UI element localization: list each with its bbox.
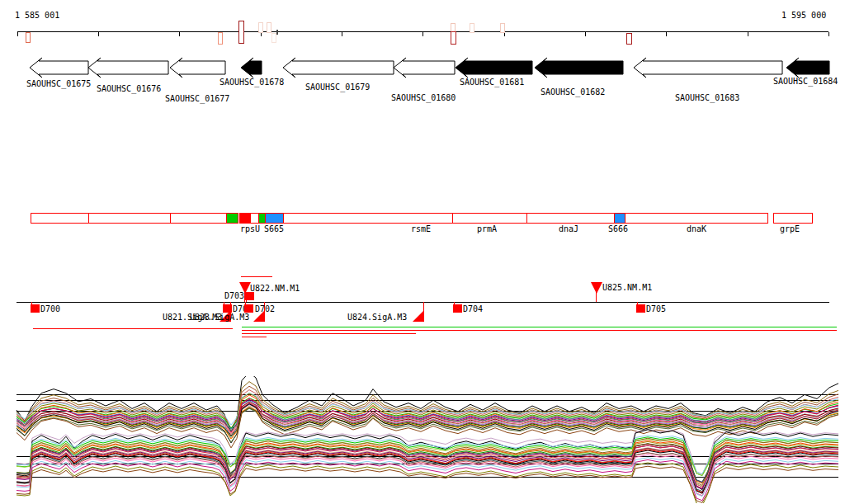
- variant-marker[interactable]: [626, 33, 632, 45]
- down-flag-label: D705: [646, 304, 666, 313]
- variant-marker[interactable]: [470, 23, 474, 33]
- ruler-tick: [17, 32, 18, 36]
- down-flag-box[interactable]: [244, 304, 253, 313]
- sigma-flag-label: U824.SigA.M3: [347, 313, 407, 322]
- variant-marker[interactable]: [258, 22, 263, 33]
- gene-arrow[interactable]: [634, 58, 782, 78]
- gene-arrow[interactable]: [241, 58, 262, 78]
- ruler-tick: [179, 32, 180, 36]
- expression-trace: [17, 463, 838, 504]
- ruler-start-label: 1 585 001: [15, 11, 59, 20]
- gene-arrow[interactable]: [170, 58, 225, 78]
- gene-box[interactable]: [265, 213, 285, 224]
- gene-arrow-label: SAOUHSC_01678: [220, 78, 284, 87]
- gene-arrow[interactable]: [283, 58, 394, 78]
- gene-box[interactable]: [170, 213, 228, 224]
- browser-canvas: [0, 0, 845, 504]
- ruler-tick: [748, 32, 748, 36]
- gene-box-label: rpsU: [240, 224, 260, 233]
- up-flag-box[interactable]: [245, 292, 254, 300]
- variant-marker[interactable]: [451, 31, 456, 45]
- gene-arrow-label: SAOUHSC_01677: [165, 94, 229, 103]
- gene-arrow-label: SAOUHSC_01680: [391, 93, 456, 102]
- down-flag-label: D704: [463, 304, 483, 313]
- gene-arrow[interactable]: [786, 58, 829, 78]
- gene-box-label: S665: [264, 224, 284, 233]
- variant-marker[interactable]: [276, 30, 278, 35]
- variant-marker[interactable]: [218, 32, 223, 45]
- gene-arrow-label: SAOUHSC_01682: [541, 87, 605, 97]
- gene-box[interactable]: [31, 213, 90, 224]
- up-flag-label: D703: [224, 291, 244, 300]
- ruler-tick: [422, 32, 423, 36]
- ruler-tick: [98, 32, 99, 36]
- gene-arrow[interactable]: [394, 58, 455, 78]
- gene-box[interactable]: [526, 213, 615, 224]
- gene-box[interactable]: [452, 213, 527, 224]
- gene-arrow[interactable]: [30, 58, 88, 78]
- expression-chart: [17, 372, 838, 504]
- sigma-flag-label: U823.SigA.M3: [190, 313, 249, 322]
- genome-browser: 1 585 001 1 595 000 SAOUHSC_01675SAOUHSC…: [0, 0, 845, 504]
- gene-box-label: prmA: [477, 224, 497, 233]
- gene-box-label: grpE: [780, 224, 800, 233]
- variant-marker[interactable]: [238, 21, 244, 44]
- gene-box[interactable]: [226, 213, 238, 224]
- variant-marker[interactable]: [26, 32, 31, 43]
- gene-box-label: dnaJ: [559, 224, 578, 233]
- gene-box[interactable]: [625, 213, 768, 224]
- coverage-line: [242, 327, 837, 327]
- tss-pennant-label: U822.NM.M1: [250, 284, 300, 293]
- tss-pennant-label: U825.NM.M1: [602, 283, 652, 292]
- gene-box[interactable]: [88, 213, 171, 224]
- gene-arrow-label: SAOUHSC_01676: [97, 84, 161, 93]
- feature-red-overline: [241, 276, 272, 277]
- gene-box-label: rsmE: [411, 224, 431, 233]
- gene-box-label: S666: [608, 224, 628, 233]
- tss-pennant-pole: [596, 282, 597, 302]
- ruler-tick: [666, 32, 667, 36]
- gene-arrow-label: SAOUHSC_01681: [460, 78, 524, 87]
- gene-arrow-label: SAOUHSC_01675: [26, 79, 91, 88]
- down-flag-label: D702: [255, 304, 275, 313]
- coverage-line: [242, 337, 267, 337]
- sigma-flag-pole: [423, 302, 424, 322]
- sigma-flag-triangle[interactable]: [413, 311, 423, 322]
- gene-arrow[interactable]: [88, 58, 168, 78]
- down-flag-box[interactable]: [31, 304, 40, 313]
- variant-marker[interactable]: [267, 22, 271, 33]
- ruler-tick: [585, 32, 586, 36]
- gene-box[interactable]: [773, 213, 813, 224]
- gene-box[interactable]: [283, 213, 453, 224]
- down-flag-label: D700: [40, 304, 60, 313]
- down-flag-box[interactable]: [636, 304, 645, 313]
- gene-arrow[interactable]: [456, 58, 532, 78]
- ruler-end-label: 1 595 000: [781, 11, 826, 20]
- gene-arrow-label: SAOUHSC_01683: [675, 93, 739, 102]
- gene-box-label: dnaK: [687, 224, 706, 233]
- ruler-tick: [828, 32, 829, 36]
- coverage-line: [33, 328, 233, 329]
- gene-arrow[interactable]: [535, 58, 623, 78]
- up-flag-pole: [246, 300, 247, 302]
- down-flag-box[interactable]: [223, 304, 232, 313]
- coverage-line: [242, 330, 837, 331]
- gene-arrow-layer: [30, 58, 829, 78]
- ruler-tick: [342, 32, 342, 36]
- gene-arrow-label: SAOUHSC_01679: [305, 82, 370, 92]
- gene-box[interactable]: [614, 213, 625, 224]
- down-flag-box[interactable]: [453, 304, 462, 313]
- variant-marker[interactable]: [500, 23, 505, 33]
- tss-pennant-triangle[interactable]: [591, 282, 602, 294]
- gene-arrow-label: SAOUHSC_01684: [773, 77, 838, 86]
- coverage-line: [242, 333, 416, 334]
